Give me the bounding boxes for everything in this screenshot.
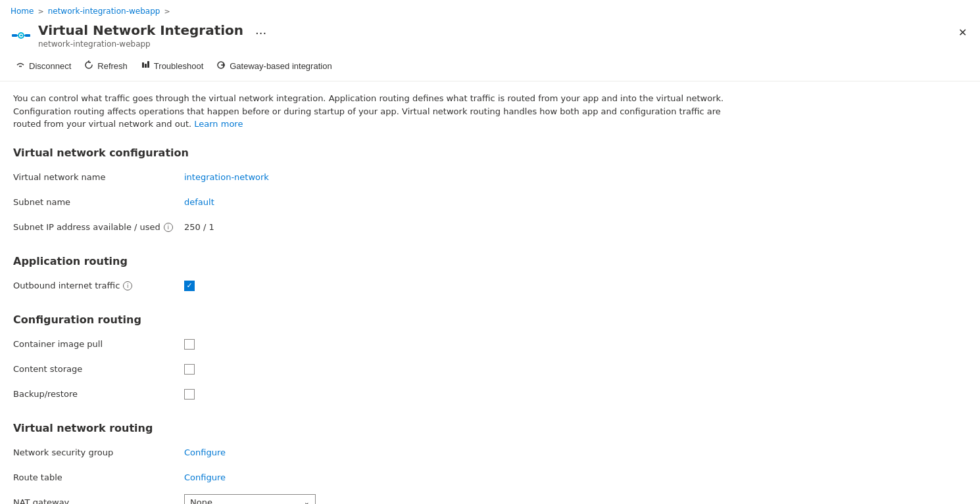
content-storage-row: Content storage bbox=[13, 360, 967, 378]
subnet-ip-label: Subnet IP address available / used i bbox=[13, 222, 184, 232]
troubleshoot-button[interactable]: Troubleshoot bbox=[135, 57, 211, 76]
troubleshoot-label: Troubleshoot bbox=[154, 61, 203, 71]
page-title: Virtual Network Integration bbox=[38, 22, 243, 38]
backup-restore-label: Backup/restore bbox=[13, 389, 184, 399]
virtual-network-config-section: Virtual network configuration Virtual ne… bbox=[13, 147, 967, 237]
application-routing-section: Application routing Outbound internet tr… bbox=[13, 255, 967, 295]
gateway-label: Gateway-based integration bbox=[230, 61, 331, 71]
svg-rect-1 bbox=[25, 34, 30, 37]
troubleshoot-icon bbox=[141, 60, 150, 72]
disconnect-label: Disconnect bbox=[29, 61, 71, 71]
breadcrumb-sep2: > bbox=[164, 7, 170, 16]
disconnect-icon bbox=[16, 60, 25, 72]
route-table-row: Route table Configure bbox=[13, 469, 967, 487]
description-text: You can control what traffic goes throug… bbox=[13, 92, 737, 131]
svg-rect-0 bbox=[12, 34, 17, 37]
container-image-checkbox-wrapper bbox=[184, 339, 195, 350]
content-storage-label: Content storage bbox=[13, 364, 184, 374]
gateway-icon bbox=[216, 60, 226, 72]
nsg-label: Network security group bbox=[13, 447, 184, 457]
container-image-row: Container image pull bbox=[13, 335, 967, 354]
container-image-label: Container image pull bbox=[13, 339, 184, 349]
refresh-button[interactable]: Refresh bbox=[79, 57, 135, 76]
svg-rect-6 bbox=[142, 62, 144, 68]
vnet-routing-title: Virtual network routing bbox=[13, 422, 967, 434]
vnet-name-value[interactable]: integration-network bbox=[184, 172, 269, 182]
disconnect-button[interactable]: Disconnect bbox=[11, 57, 79, 76]
subnet-ip-value: 250 / 1 bbox=[184, 222, 214, 232]
config-routing-title: Configuration routing bbox=[13, 313, 967, 326]
route-table-configure-link[interactable]: Configure bbox=[184, 472, 226, 482]
close-button[interactable]: ✕ bbox=[956, 24, 969, 41]
gateway-integration-button[interactable]: Gateway-based integration bbox=[211, 57, 339, 76]
content-storage-checkbox[interactable] bbox=[184, 364, 195, 375]
toolbar: Disconnect Refresh Troubleshoot bbox=[0, 54, 980, 81]
page-subtitle: network-integration-webapp bbox=[38, 39, 243, 49]
container-image-checkbox[interactable] bbox=[184, 339, 195, 350]
route-table-label: Route table bbox=[13, 472, 184, 482]
outbound-internet-row: Outbound internet traffic i bbox=[13, 277, 967, 295]
breadcrumb-home[interactable]: Home bbox=[11, 7, 34, 16]
backup-restore-checkbox-wrapper bbox=[184, 389, 195, 400]
vnet-name-label: Virtual network name bbox=[13, 172, 184, 182]
nat-gateway-value: None bbox=[190, 497, 212, 504]
backup-restore-checkbox[interactable] bbox=[184, 389, 195, 400]
refresh-label: Refresh bbox=[97, 61, 128, 71]
refresh-icon bbox=[84, 60, 93, 72]
app-routing-title: Application routing bbox=[13, 255, 967, 267]
subnet-name-value[interactable]: default bbox=[184, 197, 214, 207]
vnet-integration-icon bbox=[11, 25, 32, 46]
outbound-info-icon[interactable]: i bbox=[123, 281, 132, 290]
header-left: Virtual Network Integration network-inte… bbox=[11, 22, 266, 49]
more-options-icon[interactable]: ··· bbox=[255, 26, 266, 40]
chevron-down-icon: ⌄ bbox=[304, 498, 310, 504]
page-header: Virtual Network Integration network-inte… bbox=[0, 20, 980, 54]
subnet-name-row: Subnet name default bbox=[13, 193, 967, 212]
nsg-row: Network security group Configure bbox=[13, 444, 967, 462]
nat-gateway-dropdown[interactable]: None ⌄ bbox=[184, 494, 316, 504]
configuration-routing-section: Configuration routing Container image pu… bbox=[13, 313, 967, 403]
header-text-block: Virtual Network Integration network-inte… bbox=[38, 22, 243, 49]
main-content: You can control what traffic goes throug… bbox=[0, 81, 980, 504]
learn-more-link[interactable]: Learn more bbox=[194, 119, 243, 129]
outbound-internet-checkbox-wrapper bbox=[184, 281, 195, 291]
subnet-ip-info-icon[interactable]: i bbox=[164, 223, 173, 232]
nat-gateway-row: NAT gateway None ⌄ bbox=[13, 493, 967, 505]
content-storage-checkbox-wrapper bbox=[184, 364, 195, 375]
subnet-ip-row: Subnet IP address available / used i 250… bbox=[13, 218, 967, 237]
outbound-internet-label: Outbound internet traffic i bbox=[13, 281, 184, 290]
virtual-network-routing-section: Virtual network routing Network security… bbox=[13, 422, 967, 505]
outbound-internet-checkbox[interactable] bbox=[184, 281, 195, 291]
subnet-name-label: Subnet name bbox=[13, 197, 184, 207]
svg-rect-8 bbox=[147, 61, 149, 68]
svg-point-4 bbox=[20, 35, 22, 37]
breadcrumb-sep1: > bbox=[37, 7, 43, 16]
breadcrumb-app[interactable]: network-integration-webapp bbox=[48, 7, 160, 16]
vnet-name-row: Virtual network name integration-network bbox=[13, 168, 967, 187]
svg-rect-7 bbox=[145, 64, 147, 68]
breadcrumb: Home > network-integration-webapp > bbox=[0, 0, 980, 20]
nat-gateway-label: NAT gateway bbox=[13, 497, 184, 504]
vnet-config-title: Virtual network configuration bbox=[13, 147, 967, 159]
nsg-configure-link[interactable]: Configure bbox=[184, 447, 226, 457]
backup-restore-row: Backup/restore bbox=[13, 385, 967, 403]
